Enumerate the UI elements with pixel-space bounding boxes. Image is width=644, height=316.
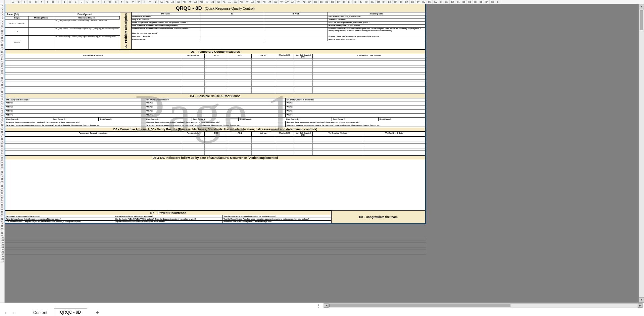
d7-cell-0-2: Was the corrective actions implemented o… <box>222 215 331 218</box>
d5-row[interactable] <box>5 153 425 155</box>
d3-row[interactable] <box>5 84 425 87</box>
tab-nav-first-icon[interactable]: ‹ <box>2 309 9 316</box>
d3-row[interactable] <box>5 63 425 65</box>
d5-row[interactable] <box>5 146 425 148</box>
d1-mr-1: D4: QRQC Owner / Production Mgr / Logist… <box>54 28 120 36</box>
d3-row[interactable] <box>5 89 425 91</box>
tab-qrqc-8d[interactable]: QRQC - 8D <box>54 308 87 316</box>
d5-row[interactable] <box>5 151 425 153</box>
title-main: QRQC - 8D <box>176 5 202 11</box>
d4-why-cell[interactable]: Why 4: <box>5 114 145 118</box>
d4-header: D4 – Possible Cause & Root Cause <box>5 94 425 98</box>
d4-q1-c: How were these root causes verified / va… <box>286 121 425 124</box>
d1-team-label: Team: (D1) <box>5 12 76 16</box>
d8-box: D8 - Congratulate the team <box>331 211 425 223</box>
d4-q2-c: What data / evidence supports this event… <box>286 124 425 127</box>
indicators-header: D3 & D5. Indicators follow-up by date of… <box>5 155 425 160</box>
d4-head-0: D4.1 Why did it escape? <box>5 98 145 101</box>
d2-trk-5 <box>328 32 425 35</box>
scroll-down-icon[interactable]: ▼ <box>639 297 644 303</box>
d5-row[interactable] <box>5 139 425 141</box>
d2-q-4: Where was the problem found? Where was t… <box>132 28 200 32</box>
d3-row[interactable] <box>5 87 425 89</box>
d5-row[interactable] <box>5 148 425 151</box>
column-headers[interactable]: ABCDEFGHIJKLMNOPQRSTUVWXYZAAABACADAEAFAG… <box>0 0 644 4</box>
row-headers[interactable]: 1234567891011121314151617181920212223242… <box>0 4 5 303</box>
d4-why-cell[interactable]: Why 2: <box>145 105 285 109</box>
tab-content[interactable]: Content <box>27 309 54 316</box>
d7-rows: Who needs to be informed of the solution… <box>5 215 331 223</box>
d4-root-2: Root Cause 3: <box>99 118 145 121</box>
d4-why-cell[interactable]: Why 3: <box>5 109 145 114</box>
d2-q-6: How many? How Big? <box>132 35 200 38</box>
d2-side-label: D2. Problem Description <box>120 12 132 49</box>
vertical-scrollbar[interactable]: ▲ ▼ <box>639 4 644 303</box>
d1-col-milestone: Milestone Review <box>54 16 120 19</box>
d3-row[interactable] <box>5 77 425 80</box>
d1-col-steps: Steps <box>5 16 29 19</box>
d2-trk-2: Risks on similar processes, machines, pl… <box>328 21 425 25</box>
d4-q1-a: How were these root causes verified / va… <box>5 121 145 124</box>
d4-why-cell[interactable]: Why 3: <box>145 109 285 114</box>
d4-root-0: Root Cause 1: <box>5 118 52 121</box>
d4-root-1: Root Cause 2: <box>52 118 99 121</box>
d8-title: D8 - Congratulate the team <box>359 215 398 219</box>
scroll-right-icon[interactable]: ▶ <box>638 304 642 308</box>
d3-header: D3 – Temporary Countermeasures <box>5 49 425 54</box>
d3-row[interactable] <box>5 65 425 68</box>
d1-mr-0: D3: Quality Manager / Owner / Production… <box>54 19 120 28</box>
d2-q-1: Why is it a problem? <box>132 18 200 21</box>
d3-row[interactable] <box>5 73 425 75</box>
indicators-chart-area[interactable] <box>5 160 425 211</box>
d4-root-4: Root Cause 5: <box>192 118 239 121</box>
d1-date-opened-label: Date Opened: <box>76 12 120 16</box>
d3-row[interactable] <box>5 91 425 94</box>
d4-why-cell[interactable]: Why 2: <box>5 105 145 109</box>
d4-head-1: D4.2 Why was it made? <box>145 98 285 101</box>
d5-row[interactable] <box>5 137 425 139</box>
d3-row[interactable] <box>5 82 425 84</box>
d4-q1-b: How were these root causes verified / va… <box>145 121 285 124</box>
d5-body[interactable] <box>5 137 425 155</box>
horizontal-scrollbar[interactable]: ◀ ▶ <box>324 303 643 308</box>
d4-why-cell[interactable]: Why 1: <box>5 101 145 105</box>
d5-row[interactable] <box>5 141 425 144</box>
d7-cell-2-2: What most sold in this investigation? / … <box>222 221 331 223</box>
d4-why-cell[interactable]: Why 1: <box>286 101 425 105</box>
vscroll-thumb[interactable] <box>640 10 643 30</box>
add-sheet-icon[interactable]: + <box>93 310 101 316</box>
d4-why-cell[interactable]: Why 1: <box>145 101 285 105</box>
d3-row[interactable] <box>5 68 425 70</box>
d4-root-5: Root Cause 6: <box>239 118 285 121</box>
d1-step-1: D4 <box>5 28 29 36</box>
d3-row[interactable] <box>5 61 425 63</box>
d2-trk-4: Problem Statement: (Used for initiating … <box>328 28 425 32</box>
d7-cell-2-0: Are lessons learned? Complete? If yes li… <box>5 221 114 223</box>
d4-why-cell[interactable]: Why 4: <box>286 114 425 118</box>
d3-row[interactable] <box>5 70 425 73</box>
sheet-menu-icon[interactable]: ⋮ <box>315 303 322 308</box>
tab-nav-prev-icon[interactable]: › <box>9 309 17 316</box>
d5-header: D5 - Corrective Actions & D6 - Verify Re… <box>5 127 425 132</box>
d3-row[interactable] <box>5 80 425 82</box>
d1-step-0: D1 to D3 1:24 hours <box>5 19 29 28</box>
d3-body[interactable] <box>5 58 425 94</box>
d7-cell-1-1: Was the Master FMEA (DFMEA/PFMEA) update… <box>114 218 223 220</box>
scroll-left-icon[interactable]: ◀ <box>324 304 329 308</box>
d3-row[interactable] <box>5 75 425 77</box>
d4-why-cell[interactable]: Why 3: <box>286 109 425 114</box>
d4-why-cell[interactable]: Why 2: <box>286 105 425 109</box>
d2-q-2: When the problem happened? When was the … <box>132 21 200 25</box>
d4-head-2: D4.3 Why wasn't it prevented <box>286 98 425 101</box>
hscroll-thumb[interactable] <box>329 304 510 307</box>
d4-why-cell[interactable]: Why 4: <box>145 114 285 118</box>
d4-roots: Root Cause 1:Root Cause 2:Root Cause 3:R… <box>5 118 425 121</box>
d2-hdr-is: IS <box>200 12 264 15</box>
d2-trk-1: Affected Customer: <box>328 18 425 21</box>
worksheet[interactable]: QRQC - 8D (Quick Response Quality Contro… <box>5 4 426 224</box>
d4-root-3: Root Cause 4: <box>145 118 192 121</box>
d2-q-5: How the problem was found ? <box>132 32 200 35</box>
d5-row[interactable] <box>5 144 425 146</box>
d3-row[interactable] <box>5 58 425 61</box>
scroll-up-icon[interactable]: ▲ <box>639 4 644 9</box>
